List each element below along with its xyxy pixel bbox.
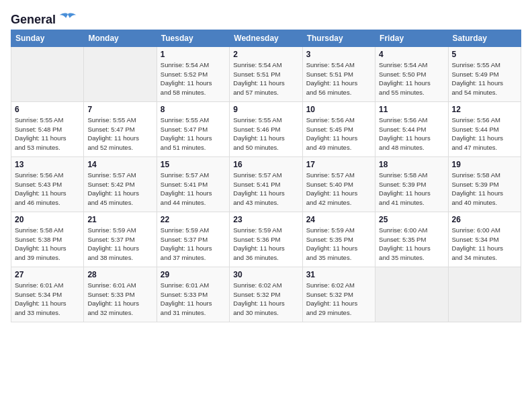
- logo-bird-icon: [58, 11, 77, 24]
- day-info: Sunrise: 5:55 AMSunset: 5:49 PMDaylight:…: [452, 60, 517, 97]
- calendar-cell: 2Sunrise: 5:54 AMSunset: 5:51 PMDaylight…: [230, 46, 302, 101]
- day-number: 15: [161, 160, 226, 169]
- day-info: Sunrise: 5:58 AMSunset: 5:39 PMDaylight:…: [452, 171, 517, 208]
- day-number: 24: [306, 215, 371, 224]
- day-number: 23: [233, 215, 298, 224]
- day-info: Sunrise: 5:55 AMSunset: 5:46 PMDaylight:…: [233, 116, 298, 152]
- calendar-cell: 17Sunrise: 5:57 AMSunset: 5:40 PMDayligh…: [302, 156, 375, 212]
- day-info: Sunrise: 5:59 AMSunset: 5:36 PMDaylight:…: [233, 226, 298, 263]
- day-info: Sunrise: 5:56 AMSunset: 5:43 PMDaylight:…: [15, 171, 80, 208]
- calendar-header: SundayMondayTuesdayWednesdayThursdayFrid…: [11, 30, 521, 46]
- calendar-cell: 16Sunrise: 5:57 AMSunset: 5:41 PMDayligh…: [230, 156, 302, 212]
- calendar-cell: 20Sunrise: 5:58 AMSunset: 5:38 PMDayligh…: [11, 212, 84, 267]
- day-number: 28: [87, 270, 152, 279]
- calendar-week-row: 20Sunrise: 5:58 AMSunset: 5:38 PMDayligh…: [11, 212, 521, 267]
- day-number: 11: [379, 105, 444, 114]
- weekday-header-thursday: Thursday: [302, 30, 375, 46]
- day-info: Sunrise: 6:01 AMSunset: 5:33 PMDaylight:…: [161, 281, 226, 318]
- calendar-week-row: 1Sunrise: 5:54 AMSunset: 5:52 PMDaylight…: [11, 46, 521, 101]
- weekday-header-row: SundayMondayTuesdayWednesdayThursdayFrid…: [11, 30, 521, 46]
- calendar-table: SundayMondayTuesdayWednesdayThursdayFrid…: [11, 30, 521, 322]
- calendar-cell: 4Sunrise: 5:54 AMSunset: 5:50 PMDaylight…: [375, 46, 448, 101]
- day-info: Sunrise: 6:01 AMSunset: 5:33 PMDaylight:…: [87, 281, 152, 318]
- day-info: Sunrise: 6:00 AMSunset: 5:35 PMDaylight:…: [379, 226, 444, 263]
- calendar-cell: 14Sunrise: 5:57 AMSunset: 5:42 PMDayligh…: [84, 156, 157, 212]
- day-number: 13: [15, 160, 80, 169]
- day-number: 3: [306, 50, 371, 59]
- calendar-week-row: 27Sunrise: 6:01 AMSunset: 5:34 PMDayligh…: [11, 267, 521, 322]
- day-number: 18: [379, 160, 444, 169]
- calendar-week-row: 13Sunrise: 5:56 AMSunset: 5:43 PMDayligh…: [11, 156, 521, 212]
- day-number: 19: [452, 160, 517, 169]
- day-info: Sunrise: 6:02 AMSunset: 5:32 PMDaylight:…: [233, 281, 298, 318]
- calendar-cell: [11, 46, 84, 101]
- calendar-cell: 23Sunrise: 5:59 AMSunset: 5:36 PMDayligh…: [230, 212, 302, 267]
- calendar-cell: 27Sunrise: 6:01 AMSunset: 5:34 PMDayligh…: [11, 267, 84, 322]
- day-info: Sunrise: 5:59 AMSunset: 5:37 PMDaylight:…: [87, 226, 152, 263]
- calendar-cell: 26Sunrise: 6:00 AMSunset: 5:34 PMDayligh…: [448, 212, 521, 267]
- calendar-cell: 3Sunrise: 5:54 AMSunset: 5:51 PMDaylight…: [302, 46, 375, 101]
- calendar-cell: 6Sunrise: 5:55 AMSunset: 5:48 PMDaylight…: [11, 101, 84, 156]
- calendar-cell: 5Sunrise: 5:55 AMSunset: 5:49 PMDaylight…: [448, 46, 521, 101]
- calendar-body: 1Sunrise: 5:54 AMSunset: 5:52 PMDaylight…: [11, 46, 521, 322]
- day-number: 9: [233, 105, 298, 114]
- day-info: Sunrise: 5:54 AMSunset: 5:50 PMDaylight:…: [379, 60, 444, 97]
- day-number: 2: [233, 50, 298, 59]
- calendar-cell: 10Sunrise: 5:56 AMSunset: 5:45 PMDayligh…: [302, 101, 375, 156]
- day-number: 26: [452, 215, 517, 224]
- day-number: 31: [306, 270, 371, 279]
- logo: General: [11, 13, 77, 24]
- day-info: Sunrise: 5:59 AMSunset: 5:37 PMDaylight:…: [161, 226, 226, 263]
- day-number: 30: [233, 270, 298, 279]
- day-info: Sunrise: 6:01 AMSunset: 5:34 PMDaylight:…: [15, 281, 80, 318]
- calendar-cell: 29Sunrise: 6:01 AMSunset: 5:33 PMDayligh…: [157, 267, 229, 322]
- calendar-cell: 30Sunrise: 6:02 AMSunset: 5:32 PMDayligh…: [230, 267, 302, 322]
- calendar-cell: [84, 46, 157, 101]
- day-info: Sunrise: 5:57 AMSunset: 5:40 PMDaylight:…: [306, 171, 371, 208]
- calendar-cell: 21Sunrise: 5:59 AMSunset: 5:37 PMDayligh…: [84, 212, 157, 267]
- day-info: Sunrise: 6:00 AMSunset: 5:34 PMDaylight:…: [452, 226, 517, 263]
- day-number: 10: [306, 105, 371, 114]
- day-number: 20: [15, 215, 80, 224]
- day-number: 17: [306, 160, 371, 169]
- day-number: 29: [161, 270, 226, 279]
- day-info: Sunrise: 5:56 AMSunset: 5:44 PMDaylight:…: [452, 116, 517, 152]
- day-info: Sunrise: 5:55 AMSunset: 5:47 PMDaylight:…: [87, 116, 152, 152]
- day-number: 21: [87, 215, 152, 224]
- day-number: 22: [161, 215, 226, 224]
- day-number: 4: [379, 50, 444, 59]
- day-number: 5: [452, 50, 517, 59]
- calendar-cell: 7Sunrise: 5:55 AMSunset: 5:47 PMDaylight…: [84, 101, 157, 156]
- calendar-cell: 22Sunrise: 5:59 AMSunset: 5:37 PMDayligh…: [157, 212, 229, 267]
- day-info: Sunrise: 5:57 AMSunset: 5:42 PMDaylight:…: [87, 171, 152, 208]
- calendar-cell: 1Sunrise: 5:54 AMSunset: 5:52 PMDaylight…: [157, 46, 229, 101]
- calendar-cell: 18Sunrise: 5:58 AMSunset: 5:39 PMDayligh…: [375, 156, 448, 212]
- day-number: 6: [15, 105, 80, 114]
- weekday-header-tuesday: Tuesday: [157, 30, 229, 46]
- calendar-cell: 11Sunrise: 5:56 AMSunset: 5:44 PMDayligh…: [375, 101, 448, 156]
- calendar-cell: 31Sunrise: 6:02 AMSunset: 5:32 PMDayligh…: [302, 267, 375, 322]
- day-info: Sunrise: 6:02 AMSunset: 5:32 PMDaylight:…: [306, 281, 371, 318]
- calendar-cell: 15Sunrise: 5:57 AMSunset: 5:41 PMDayligh…: [157, 156, 229, 212]
- calendar-cell: 12Sunrise: 5:56 AMSunset: 5:44 PMDayligh…: [448, 101, 521, 156]
- day-info: Sunrise: 5:55 AMSunset: 5:48 PMDaylight:…: [15, 116, 80, 152]
- calendar-cell: 25Sunrise: 6:00 AMSunset: 5:35 PMDayligh…: [375, 212, 448, 267]
- day-number: 8: [161, 105, 226, 114]
- weekday-header-wednesday: Wednesday: [230, 30, 302, 46]
- day-number: 12: [452, 105, 517, 114]
- day-number: 14: [87, 160, 152, 169]
- weekday-header-saturday: Saturday: [448, 30, 521, 46]
- calendar-cell: 9Sunrise: 5:55 AMSunset: 5:46 PMDaylight…: [230, 101, 302, 156]
- day-info: Sunrise: 5:57 AMSunset: 5:41 PMDaylight:…: [233, 171, 298, 208]
- calendar-cell: 19Sunrise: 5:58 AMSunset: 5:39 PMDayligh…: [448, 156, 521, 212]
- day-number: 7: [87, 105, 152, 114]
- day-info: Sunrise: 5:56 AMSunset: 5:45 PMDaylight:…: [306, 116, 371, 152]
- calendar-cell: 28Sunrise: 6:01 AMSunset: 5:33 PMDayligh…: [84, 267, 157, 322]
- day-info: Sunrise: 5:55 AMSunset: 5:47 PMDaylight:…: [161, 116, 226, 152]
- calendar-cell: [448, 267, 521, 322]
- calendar-cell: 8Sunrise: 5:55 AMSunset: 5:47 PMDaylight…: [157, 101, 229, 156]
- weekday-header-sunday: Sunday: [11, 30, 84, 46]
- day-info: Sunrise: 5:58 AMSunset: 5:38 PMDaylight:…: [15, 226, 80, 263]
- day-number: 25: [379, 215, 444, 224]
- weekday-header-monday: Monday: [84, 30, 157, 46]
